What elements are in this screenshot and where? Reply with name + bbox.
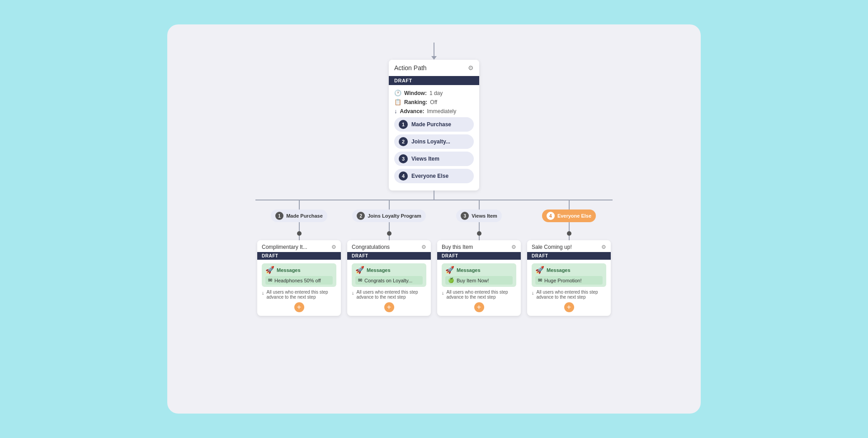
branch-pill-3[interactable]: 3 Views Item xyxy=(456,209,502,222)
message-text-4: Huge Promotion! xyxy=(544,278,582,283)
messages-section-1: 🚀 Messages ✉ Headphones 50% off xyxy=(262,263,336,287)
sub-card-title-4: Sale Coming up! xyxy=(532,244,572,250)
messages-header-1: 🚀 Messages xyxy=(265,266,333,274)
branch-num-3: 3 xyxy=(461,212,469,220)
sub-gear-2[interactable]: ⚙ xyxy=(421,244,426,250)
branch-pill-1[interactable]: 1 Made Purchase xyxy=(271,209,327,222)
branch-dot-4 xyxy=(567,231,571,236)
branch-col-1: 1 Made Purchase Complimentary It... ⚙ DR… xyxy=(257,200,341,316)
branch-text-2: Joins Loyalty Program xyxy=(368,213,421,219)
condition-1[interactable]: 1 Made Purchase xyxy=(394,117,474,132)
add-btn-1[interactable]: + xyxy=(294,302,304,312)
h-branch-line xyxy=(255,200,613,200)
branch-connector xyxy=(185,190,683,200)
messages-section-2: 🚀 Messages ✉ Congrats on Loyalty... xyxy=(352,263,426,287)
card-body: 🕐 Window: 1 day 📋 Ranking: Off ↓ Advance… xyxy=(389,85,479,190)
messages-label-4: Messages xyxy=(547,267,571,273)
top-arrow xyxy=(431,43,437,60)
condition-label-3: Views Item xyxy=(411,156,439,162)
branch-v-4c xyxy=(569,236,570,240)
advance-row-4: ↓ All users who entered this step advanc… xyxy=(532,290,606,300)
down-arrow-4: ↓ xyxy=(532,290,534,295)
sub-draft-2: DRAFT xyxy=(347,252,431,260)
condition-4[interactable]: 4 Everyone Else xyxy=(394,169,474,183)
email-icon-4: ✉ xyxy=(538,277,542,283)
add-btn-3[interactable]: + xyxy=(474,302,484,312)
sub-body-2: 🚀 Messages ✉ Congrats on Loyalty... ↓ Al… xyxy=(347,260,431,316)
ranking-row: 📋 Ranking: Off xyxy=(394,99,474,105)
messages-section-3: 🚀 Messages 🍏 Buy Item Now! xyxy=(442,263,516,287)
branch-dot-1 xyxy=(297,231,302,236)
add-btn-2[interactable]: + xyxy=(384,302,394,312)
down-arrow-3: ↓ xyxy=(442,290,444,295)
sub-card-header-3: Buy this Item ⚙ xyxy=(437,240,521,252)
message-row-4: ✉ Huge Promotion! xyxy=(535,276,603,285)
card-title: Action Path xyxy=(394,64,427,71)
advance-text-1: All users who entered this step advance … xyxy=(267,290,337,300)
messages-header-3: 🚀 Messages xyxy=(445,266,513,274)
condition-num-4: 4 xyxy=(399,171,408,181)
branch-pill-2[interactable]: 2 Joins Loyalty Program xyxy=(352,209,426,222)
sub-body-4: 🚀 Messages ✉ Huge Promotion! ↓ All users… xyxy=(527,260,611,316)
send-icon-3: 🚀 xyxy=(445,266,454,274)
branch-v-1 xyxy=(299,200,300,209)
messages-label-2: Messages xyxy=(367,267,391,273)
advance-icon: ↓ xyxy=(394,108,397,114)
advance-row-2: ↓ All users who entered this step advanc… xyxy=(352,290,426,300)
advance-text-4: All users who entered this step advance … xyxy=(537,290,607,300)
condition-2[interactable]: 2 Joins Loyalty... xyxy=(394,134,474,149)
ranking-icon: 📋 xyxy=(394,99,401,105)
send-icon-2: 🚀 xyxy=(355,266,364,274)
branch-num-2: 2 xyxy=(357,212,365,220)
sub-gear-4[interactable]: ⚙ xyxy=(601,244,606,250)
add-btn-4[interactable]: + xyxy=(564,302,574,312)
send-icon-1: 🚀 xyxy=(265,266,274,274)
window-row: 🕐 Window: 1 day xyxy=(394,90,474,96)
message-row-3: 🍏 Buy Item Now! xyxy=(445,276,513,285)
sub-card-1: Complimentary It... ⚙ DRAFT 🚀 Messages ✉… xyxy=(257,240,341,316)
email-icon-1: ✉ xyxy=(268,277,272,283)
sub-card-3: Buy this Item ⚙ DRAFT 🚀 Messages 🍏 Buy I… xyxy=(437,240,521,316)
condition-3[interactable]: 3 Views Item xyxy=(394,152,474,166)
branch-v-2 xyxy=(389,200,390,209)
send-icon-4: 🚀 xyxy=(535,266,544,274)
sub-gear-1[interactable]: ⚙ xyxy=(331,244,336,250)
sub-body-1: 🚀 Messages ✉ Headphones 50% off ↓ All us… xyxy=(257,260,341,316)
branch-pill-4[interactable]: 4 Everyone Else xyxy=(542,209,596,222)
window-value: 1 day xyxy=(429,90,443,96)
branch-v-1b xyxy=(299,222,300,231)
message-row-2: ✉ Congrats on Loyalty... xyxy=(355,276,423,285)
ranking-label: Ranking: xyxy=(404,99,427,105)
sub-card-4: Sale Coming up! ⚙ DRAFT 🚀 Messages ✉ Hug… xyxy=(527,240,611,316)
sub-gear-3[interactable]: ⚙ xyxy=(511,244,516,250)
advance-row: ↓ Advance: Immediately xyxy=(394,108,474,114)
message-text-2: Congrats on Loyalty... xyxy=(364,278,412,283)
sub-card-header-2: Congratulations ⚙ xyxy=(347,240,431,252)
condition-label-1: Made Purchase xyxy=(411,121,451,128)
down-arrow-2: ↓ xyxy=(352,290,354,295)
advance-text-3: All users who entered this step advance … xyxy=(447,290,517,300)
ranking-value: Off xyxy=(430,99,437,105)
messages-section-4: 🚀 Messages ✉ Huge Promotion! xyxy=(532,263,606,287)
advance-row-1: ↓ All users who entered this step advanc… xyxy=(262,290,336,300)
sub-card-2: Congratulations ⚙ DRAFT 🚀 Messages ✉ Con… xyxy=(347,240,431,316)
branch-num-1: 1 xyxy=(275,212,283,220)
sub-draft-4: DRAFT xyxy=(527,252,611,260)
branch-v-2b xyxy=(389,222,390,231)
branch-text-3: Views Item xyxy=(472,213,497,219)
branch-dot-2 xyxy=(387,231,392,236)
messages-label-3: Messages xyxy=(457,267,481,273)
main-canvas: Action Path ⚙ DRAFT 🕐 Window: 1 day 📋 Ra… xyxy=(167,24,701,414)
branch-v-2c xyxy=(389,236,390,240)
branch-v-3 xyxy=(479,200,480,209)
email-icon-3: 🍏 xyxy=(448,277,454,283)
main-v-line xyxy=(434,190,434,200)
down-arrow-1: ↓ xyxy=(262,290,264,295)
gear-icon[interactable]: ⚙ xyxy=(468,64,474,71)
branches-row: 1 Made Purchase Complimentary It... ⚙ DR… xyxy=(185,200,683,316)
messages-header-4: 🚀 Messages xyxy=(535,266,603,274)
condition-num-1: 1 xyxy=(399,120,408,129)
branch-dot-3 xyxy=(477,231,481,236)
branch-col-3: 3 Views Item Buy this Item ⚙ DRAFT 🚀 Mes… xyxy=(437,200,521,316)
advance-row-3: ↓ All users who entered this step advanc… xyxy=(442,290,516,300)
